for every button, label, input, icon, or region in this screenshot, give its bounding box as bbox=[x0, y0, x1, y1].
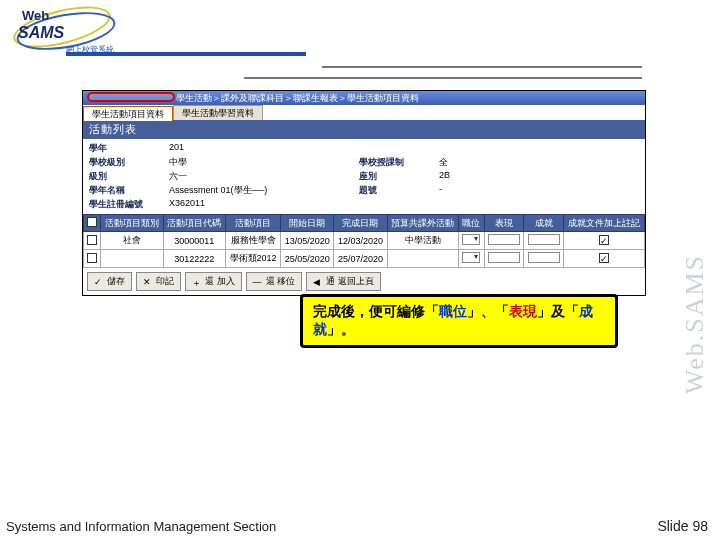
cell-start-date: 13/05/2020 bbox=[281, 232, 334, 250]
info-value: 六一 bbox=[169, 170, 359, 183]
col-header: 活動項目代碼 bbox=[163, 215, 225, 232]
cell-code: 30000011 bbox=[163, 232, 225, 250]
logo-web: Web bbox=[22, 8, 49, 23]
cell-note bbox=[564, 250, 645, 268]
cell-position bbox=[459, 232, 485, 250]
button-label: 印記 bbox=[156, 275, 174, 288]
achievement-input[interactable] bbox=[528, 234, 560, 245]
info-label: 學校級別 bbox=[89, 156, 169, 169]
row-checkbox[interactable] bbox=[87, 253, 97, 263]
info-label: 座別 bbox=[359, 170, 439, 183]
info-value: Assessment 01(學生──) bbox=[169, 184, 359, 197]
breadcrumb: 學生活動＞課外及聯課科目＞聯課生報表＞學生活動項目資料 bbox=[176, 92, 419, 105]
col-header: 活動項目類別 bbox=[101, 215, 163, 232]
col-header: 表現 bbox=[484, 215, 524, 232]
action-button[interactable]: ✕印記 bbox=[136, 272, 181, 291]
info-value: X362011 bbox=[169, 198, 359, 211]
info-label: 學校授課制 bbox=[359, 156, 439, 169]
info-label bbox=[359, 198, 439, 211]
position-select[interactable] bbox=[462, 252, 480, 263]
row-checkbox[interactable] bbox=[87, 235, 97, 245]
cell-program: 學術類2012 bbox=[225, 250, 280, 268]
callout-position: 職位 bbox=[439, 304, 467, 319]
button-icon: — bbox=[253, 277, 263, 287]
position-select[interactable] bbox=[462, 234, 480, 245]
cell-select bbox=[84, 232, 101, 250]
callout-t4: 」。 bbox=[327, 322, 355, 337]
col-header: 完成日期 bbox=[334, 215, 387, 232]
col-header: 活動項目 bbox=[225, 215, 280, 232]
info-label bbox=[359, 142, 439, 155]
info-value: 全 bbox=[439, 156, 499, 169]
cell-end-date: 12/03/2020 bbox=[334, 232, 387, 250]
col-header: 開始日期 bbox=[281, 215, 334, 232]
col-header: 成就 bbox=[524, 215, 564, 232]
cell-select bbox=[84, 250, 101, 268]
info-label: 學生註冊編號 bbox=[89, 198, 169, 211]
table-row: 30122222學術類201225/05/202025/07/2020 bbox=[84, 250, 645, 268]
note-checkbox[interactable] bbox=[599, 253, 609, 263]
slide-number: 98 bbox=[692, 518, 708, 534]
info-value: - bbox=[439, 184, 499, 197]
button-label: 通 返回上頁 bbox=[326, 275, 374, 288]
action-button[interactable]: ✓儲存 bbox=[87, 272, 132, 291]
cell-extra: 中學活動 bbox=[387, 232, 459, 250]
callout-t3: 」及「 bbox=[537, 304, 579, 319]
callout-t2: 」、「 bbox=[467, 304, 509, 319]
cell-performance bbox=[484, 232, 524, 250]
highlight-circle bbox=[87, 92, 175, 102]
footer-left: Systems and Information Management Secti… bbox=[6, 519, 276, 534]
info-value bbox=[439, 198, 499, 211]
cell-performance bbox=[484, 250, 524, 268]
cell-end-date: 25/07/2020 bbox=[334, 250, 387, 268]
cell-category bbox=[101, 250, 163, 268]
info-label: 題號 bbox=[359, 184, 439, 197]
button-icon: ◀ bbox=[313, 277, 323, 287]
panel-header: 學生活動＞課外及聯課科目＞聯課生報表＞學生活動項目資料 bbox=[83, 91, 645, 105]
col-header: 成就文件加上註記 bbox=[564, 215, 645, 232]
slide-label: Slide bbox=[657, 518, 692, 534]
achievement-input[interactable] bbox=[528, 252, 560, 263]
col-header: 職位 bbox=[459, 215, 485, 232]
cell-achievement bbox=[524, 250, 564, 268]
cell-position bbox=[459, 250, 485, 268]
info-label: 學年 bbox=[89, 142, 169, 155]
tab-activity-items[interactable]: 學生活動項目資料 bbox=[83, 106, 173, 121]
callout-t1: 完成後，便可編修「 bbox=[313, 304, 439, 319]
cell-achievement bbox=[524, 232, 564, 250]
action-button[interactable]: —還 移位 bbox=[246, 272, 303, 291]
button-icon: ＋ bbox=[192, 277, 202, 287]
col-header: 預算共課外活動 bbox=[387, 215, 459, 232]
callout-note: 完成後，便可編修「職位」、「表現」及「成就」。 bbox=[300, 294, 618, 348]
action-button[interactable]: ＋還 加入 bbox=[185, 272, 242, 291]
button-label: 還 加入 bbox=[205, 275, 235, 288]
callout-performance: 表現 bbox=[509, 304, 537, 319]
side-watermark: Web.SAMS bbox=[680, 254, 710, 394]
button-label: 儲存 bbox=[107, 275, 125, 288]
info-label: 級別 bbox=[89, 170, 169, 183]
tab-activity-learning[interactable]: 學生活動學習資料 bbox=[173, 105, 263, 120]
cell-note bbox=[564, 232, 645, 250]
app-panel: 學生活動＞課外及聯課科目＞聯課生報表＞學生活動項目資料 學生活動項目資料 學生活… bbox=[82, 90, 646, 296]
section-title: 活動列表 bbox=[83, 120, 645, 139]
button-icon: ✓ bbox=[94, 277, 104, 287]
performance-input[interactable] bbox=[488, 234, 520, 245]
performance-input[interactable] bbox=[488, 252, 520, 263]
info-value: 201 bbox=[169, 142, 359, 155]
cell-category: 社會 bbox=[101, 232, 163, 250]
info-grid: 學年201學校級別中學學校授課制全級別六一座別2B學年名稱Assessment … bbox=[83, 139, 645, 214]
tab-bar: 學生活動項目資料 學生活動學習資料 bbox=[83, 105, 645, 120]
table-row: 社會30000011服務性學會13/05/202012/03/2020中學活動 bbox=[84, 232, 645, 250]
cell-program: 服務性學會 bbox=[225, 232, 280, 250]
button-label: 還 移位 bbox=[266, 275, 296, 288]
select-all-checkbox[interactable] bbox=[87, 217, 97, 227]
info-value: 中學 bbox=[169, 156, 359, 169]
button-bar: ✓儲存✕印記＋還 加入—還 移位◀通 返回上頁 bbox=[83, 268, 645, 295]
info-value bbox=[439, 142, 499, 155]
websams-logo: Web SAMS 網上校管系統 bbox=[8, 6, 128, 52]
note-checkbox[interactable] bbox=[599, 235, 609, 245]
cell-start-date: 25/05/2020 bbox=[281, 250, 334, 268]
action-button[interactable]: ◀通 返回上頁 bbox=[306, 272, 381, 291]
logo-sams: SAMS bbox=[18, 24, 64, 42]
cell-extra bbox=[387, 250, 459, 268]
